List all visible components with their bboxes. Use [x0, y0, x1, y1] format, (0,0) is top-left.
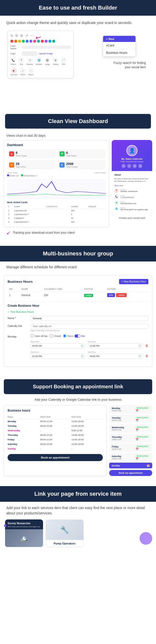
fuzzy-search-label: Fuzzy search for finding your social ite… [113, 61, 146, 69]
icon-website[interactable]: 🌐 Website [36, 57, 42, 65]
settings-icon[interactable]: ⚙ [20, 34, 23, 38]
stat-row-1: v 6 Total vCards P 6 Total Public [7, 149, 106, 158]
section5-desc: Add your link to each services item that… [0, 502, 156, 519]
icon-phone[interactable]: 📞 Phone [10, 57, 16, 65]
service-card-2-wrapper: 🔧 Pump Operators [46, 519, 84, 547]
section4-header-wrapper: Support Booking an appointment link [4, 379, 152, 394]
time-range-1: Start time 09:00 AM 🕐 End time 12:00 PM … [30, 340, 148, 348]
table-row: 1 General Def Active Edit Delete [8, 292, 148, 299]
card-name-row: Card Name [10, 45, 71, 50]
section3-header: Multi-business hour group [0, 246, 156, 261]
toggle-closed: Closed [50, 334, 61, 338]
icon-pdf[interactable]: 📄 PDF [61, 57, 66, 65]
menu-item-business-hours[interactable]: Business Hours [103, 49, 135, 56]
about-title: About [114, 174, 150, 176]
biz-hours-card: Business hours DaysStart timeEnd time Mo… [4, 405, 107, 476]
service-mockup: Survey Researcher We'll show you the but… [0, 519, 156, 547]
upload-label[interactable]: Upload Image [39, 52, 53, 55]
end-time-input-1[interactable]: 12:00 PM 🕐 [88, 343, 143, 348]
radio-closed[interactable] [50, 334, 53, 338]
stat-total-contact: C 2098 Total Contact [57, 160, 106, 170]
address-icon: 📍 [114, 188, 119, 193]
biz-hours-title: Business Hours [8, 280, 33, 283]
card-preview-header: 👤 Ms. Banu Anderson Fluffy, Generate and… [112, 140, 152, 171]
radio-open-all-day[interactable] [30, 334, 34, 338]
table-row: Saturday09:00-12:0013:00-18:00 [8, 442, 103, 446]
section5-header: Link your page from service item [0, 486, 156, 502]
chart-svg [7, 179, 106, 197]
section4-title: Support Booking an appointment link [9, 384, 147, 390]
service-card-2-image: 🔧 [46, 520, 83, 540]
more-icon[interactable]: ⋯ [30, 34, 34, 38]
icon-redirect[interactable]: ↗ Redirect [27, 57, 33, 65]
calendar-icon-mon: 📅 [135, 409, 139, 412]
start-time-input-1[interactable]: 09:00 AM 🕐 [30, 343, 85, 348]
calendar-icon-thu: 📅 [135, 438, 139, 441]
delete-icon-2[interactable]: 🗑 [145, 354, 148, 358]
service-card-1-image: 🏔️ [5, 529, 43, 547]
radio-hours[interactable] [63, 334, 66, 338]
clock-icon-3: 🕐 [81, 355, 84, 357]
copy-icon[interactable]: ⧉ [15, 33, 18, 38]
social-li[interactable]: in [138, 164, 142, 168]
toggle-hours: Hours On [63, 334, 85, 338]
section-ease-to-use: Ease to use and fresh Builder Quick acti… [0, 0, 156, 101]
card-preview-body: About My name is Banu Ala, a Data Scient… [112, 171, 152, 215]
monday-label: Monday [8, 334, 28, 338]
delete-icon-1[interactable]: 🗑 [145, 344, 148, 347]
book-appointment-button[interactable]: Book an appointment [8, 454, 103, 461]
service-card-1-title: Survey Researcher [8, 522, 41, 525]
calendar-icon-tue: 📅 [135, 419, 139, 422]
status-badge: Active [84, 294, 93, 297]
cal-day-wednesday: Wednesday 13:00 1:00 Booking Avail. 📅 [109, 424, 152, 433]
calendly-label: Calendly link [8, 324, 28, 327]
chart-header: Views chart Last 30 days [7, 172, 106, 174]
monday-field: Monday Open all day Closed H [8, 334, 148, 360]
section-booking: Support Booking an appointment link Add … [0, 379, 156, 481]
views-info: 29 Total Views [16, 162, 26, 168]
name-input[interactable] [30, 316, 148, 321]
refresh-icon[interactable]: ↻ [10, 34, 13, 38]
stat-total-vcards: v 6 Total vCards [7, 149, 55, 158]
card-name: Ms. Banu Anderson [115, 158, 149, 160]
section1-header: Ease to use and fresh Builder [0, 0, 156, 16]
your-biz-hours-label: ✓ Your Business Hours [8, 311, 148, 313]
table-row: Wednesday-9:00-12:00 [8, 428, 103, 433]
calendly-input[interactable] [30, 324, 148, 329]
icon-gallery[interactable]: ⊞ Gallery [53, 57, 58, 65]
icon-tiktok[interactable]: ♪ TikTok [20, 68, 26, 76]
section2-header: Clean View Dashboard [5, 114, 151, 129]
calendly-field-content: https://calendly.com/calendly-link [30, 324, 148, 332]
new-biz-hour-button[interactable]: + New Business Hour [119, 279, 148, 284]
card-social: f t ◎ in [115, 164, 149, 168]
start-time-input-2[interactable]: 01:00 PM 🕐 [30, 354, 85, 359]
new-button[interactable]: + New [103, 36, 135, 42]
chart-area [7, 179, 106, 199]
edit-button[interactable]: Edit [107, 293, 115, 297]
show-more[interactable]: Show more [114, 185, 150, 186]
table-row: Monday09:00-12:0013:00-18:00 [8, 419, 103, 424]
icon-youtube[interactable]: ▶ YouTube [10, 68, 17, 76]
end-time-2: End time 08:00 PM 🕐 [88, 350, 143, 359]
social-fb[interactable]: f [122, 164, 126, 168]
clock-icon-4: 🕐 [138, 355, 141, 357]
end-time-input-2[interactable]: 08:00 PM 🕐 [88, 354, 143, 359]
dashboard-title: Dashboard [7, 143, 106, 147]
icon-image[interactable]: 🖼 Image [45, 57, 50, 65]
social-tw[interactable]: t [127, 164, 131, 168]
menu-item-vcard[interactable]: vCard [103, 42, 135, 49]
hours-toggle-switch[interactable] [74, 335, 81, 338]
delete-button[interactable]: Delete [116, 293, 127, 297]
icon-text[interactable]: T Text [18, 57, 24, 65]
social-ig[interactable]: ◎ [133, 164, 137, 168]
icon-others[interactable]: ⋯ Others [28, 68, 34, 76]
card-info-email: ✉ Email olivia2@oilivian.com [114, 201, 150, 205]
service-card-1-desc: We'll show you the buttons and figure ou… [8, 526, 41, 528]
book-my-appointment-button[interactable]: Book my appointment [109, 470, 152, 476]
name-field: Name * [8, 316, 148, 321]
calendar-icon-sat: 📅 [135, 457, 139, 460]
share-icon[interactable]: ↗ [25, 34, 28, 38]
bh-table: DaysStart timeEnd time Monday09:00-12:00… [8, 415, 103, 451]
delete-time-2: 🗑 [145, 350, 148, 359]
vcards-info: 6 Total vCards [16, 151, 27, 157]
